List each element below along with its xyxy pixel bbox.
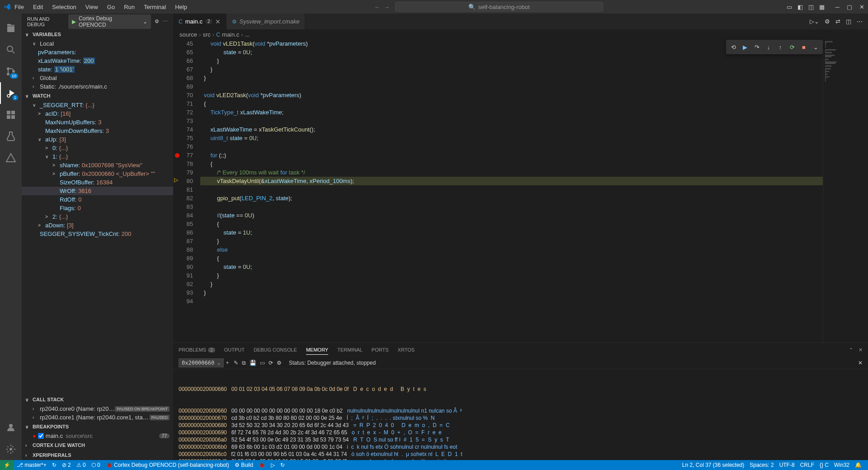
layout-split-icon[interactable]: ◫ — [808, 4, 814, 10]
search-icon[interactable] — [0, 39, 22, 61]
tab-main-c[interactable]: Cmain.c2✕ — [173, 14, 226, 29]
remote-indicator[interactable]: ⚡ — [0, 460, 14, 470]
panel-tab-ports[interactable]: PORTS — [372, 345, 389, 355]
menu-terminal[interactable]: Terminal — [140, 2, 170, 12]
account-icon[interactable] — [0, 417, 22, 438]
more-icon[interactable]: ⋯ — [163, 19, 168, 24]
status-item[interactable]: Spaces: 2 — [747, 462, 776, 468]
status-item[interactable]: ⚙ Build — [232, 462, 256, 468]
code-line[interactable]: TickType_t xLastWakeTime; — [200, 108, 823, 117]
nav-back[interactable]: ← — [374, 4, 380, 10]
tab-Sysview_import-cmake[interactable]: ⚙Sysview_import.cmake — [226, 14, 306, 29]
refresh-icon[interactable]: ⟳ — [269, 360, 273, 366]
window-close[interactable]: ✕ — [859, 4, 864, 10]
code-line[interactable]: { — [200, 220, 823, 228]
debug-config-select[interactable]: ▶ Cortex Debug OPENOCD ⌄ — [68, 14, 151, 29]
menu-run[interactable]: Run — [120, 2, 138, 12]
debug-more[interactable]: ⌄ — [810, 42, 821, 52]
code-line[interactable] — [200, 297, 823, 306]
code-line[interactable]: state = 1U; — [200, 228, 823, 237]
watch-row[interactable]: >aDown: [3] — [22, 221, 173, 230]
code-line[interactable]: xLastWakeTime = xTaskGetTickCount(); — [200, 125, 823, 134]
code-line[interactable]: if(state == 0U) — [200, 211, 823, 220]
layout-panel-icon[interactable]: ▭ — [787, 4, 792, 10]
edit-icon[interactable]: ✎ — [234, 360, 238, 366]
status-item[interactable]: Ln 2, Col 37 (36 selected) — [679, 462, 747, 468]
gutter[interactable]: 4565666768697071727374757677787980818283… — [173, 39, 200, 343]
code-line[interactable]: } — [200, 280, 823, 288]
status-item[interactable]: {} C — [817, 462, 831, 468]
scm-icon[interactable]: 10 — [0, 61, 22, 82]
panel-tab-memory[interactable]: MEMORY — [306, 345, 328, 355]
code-line[interactable]: } — [200, 288, 823, 297]
panel-maximize-icon[interactable]: ⌃ — [849, 347, 853, 353]
gear-icon[interactable]: ⚙ — [825, 18, 830, 25]
memory-row[interactable]: 0000000020000670 cd 3b c0 b2 cd 3b 80 80… — [179, 414, 863, 422]
memory-row[interactable]: 00000000200006c0 f2 01 f6 03 00 00 90 b5… — [179, 451, 863, 458]
nav-forward[interactable]: → — [384, 4, 390, 10]
watch-row[interactable]: >2: {...} — [22, 212, 173, 221]
debug-step-into[interactable]: ↓ — [763, 42, 774, 52]
status-item[interactable]: ⎇ master*+ — [14, 462, 49, 468]
watch-row[interactable]: ∨aUp: [3] — [22, 135, 173, 144]
code-line[interactable]: } — [200, 237, 823, 245]
xperipherals-section[interactable]: ›XPERIPHERALS — [22, 450, 173, 460]
cortex-section[interactable]: ›CORTEX LIVE WATCH — [22, 440, 173, 450]
bookmark-icon[interactable]: ▭ — [260, 360, 265, 366]
memory-row[interactable]: 0000000020000660 00 00 00 00 00 00 00 00… — [179, 407, 863, 414]
code-line[interactable] — [200, 117, 823, 125]
close-tab-icon[interactable]: ✕ — [215, 18, 221, 25]
variable-row[interactable]: pvParameters: — [22, 48, 173, 56]
code-line[interactable] — [200, 82, 823, 91]
breakpoints-section[interactable]: ∨BREAKPOINTS — [22, 422, 173, 432]
watch-row[interactable]: >acID: [16] — [22, 109, 173, 118]
compare-icon[interactable]: ⇄ — [835, 18, 840, 25]
minimap[interactable]: ███ ████ █████████████ ████ ████████████… — [823, 39, 868, 343]
scope-global[interactable]: ›Global — [22, 74, 173, 82]
breadcrumb[interactable]: source›src›C main.c›... — [173, 29, 868, 39]
code-line[interactable]: vTaskDelayUntil(&xLastWakeTime, xPeriod_… — [200, 177, 823, 185]
variables-section[interactable]: ∨VARIABLES — [22, 29, 173, 39]
variable-row[interactable]: xLastWakeTime:200 — [22, 56, 173, 65]
panel-tab-problems[interactable]: PROBLEMS2 — [179, 345, 215, 355]
watch-row[interactable]: ∨_SEGGER_RTT: {...} — [22, 101, 173, 109]
code-line[interactable]: } — [200, 65, 823, 74]
window-minimize[interactable]: ─ — [835, 4, 840, 10]
scope-local[interactable]: ∨Local — [22, 39, 173, 48]
status-item[interactable]: 🐞 Cortex Debug OPENOCD (self-balancing-r… — [103, 462, 232, 468]
debug-reverse[interactable]: ⟲ — [728, 42, 739, 52]
extensions-icon[interactable] — [0, 104, 22, 126]
memory-row[interactable]: 00000000200006b0 69 63 6b 00 1c 03 d2 01… — [179, 443, 863, 451]
testing-icon[interactable] — [0, 126, 22, 147]
settings-icon[interactable]: ⚙ — [277, 360, 282, 366]
status-item[interactable]: ⬡ 0 — [89, 462, 103, 468]
status-item[interactable]: CRLF — [797, 462, 817, 468]
notifications-icon[interactable]: 🔔 — [852, 462, 864, 468]
code-line[interactable] — [200, 202, 823, 211]
code-line[interactable]: { — [200, 254, 823, 263]
panel-tab-output[interactable]: OUTPUT — [224, 345, 245, 355]
watch-row[interactable]: SizeOfBuffer: 16384 — [22, 178, 173, 187]
watch-row[interactable]: WrOff: 3616 — [22, 187, 173, 195]
window-maximize[interactable]: ▢ — [847, 4, 852, 10]
status-item[interactable]: UTF-8 — [777, 462, 797, 468]
split-icon[interactable]: ◫ — [846, 18, 851, 25]
breakpoint-row[interactable]: ● main.c source\src77 — [22, 432, 173, 440]
run-icon[interactable]: ▷⌄ — [810, 18, 819, 25]
editor[interactable]: 4565666768697071727374757677787980818283… — [173, 39, 868, 343]
watch-row[interactable]: MaxNumUpBuffers: 3 — [22, 118, 173, 127]
code-line[interactable]: void vLED2Task(void *pvParameters) — [200, 91, 823, 99]
customize-layout-icon[interactable]: ▦ — [819, 4, 825, 10]
code-line[interactable]: } — [200, 74, 823, 82]
code-line[interactable]: /* Every 100ms will wait for task */ — [200, 168, 823, 177]
status-item[interactable]: 🐞 — [256, 462, 268, 468]
debug-restart[interactable]: ⟳ — [787, 42, 797, 52]
menu-view[interactable]: View — [82, 2, 102, 12]
menu-selection[interactable]: Selection — [48, 2, 80, 12]
callstack-row[interactable]: ›rp2040.core1 (Name: rp2040.core1, state… — [22, 413, 173, 422]
explorer-icon[interactable] — [0, 17, 22, 39]
watch-section[interactable]: ∨WATCH — [22, 91, 173, 101]
code-line[interactable]: uint8_t state = 0U; — [200, 134, 823, 142]
watch-row[interactable]: >0: {...} — [22, 144, 173, 152]
debug-continue[interactable]: ▶ — [740, 42, 750, 52]
